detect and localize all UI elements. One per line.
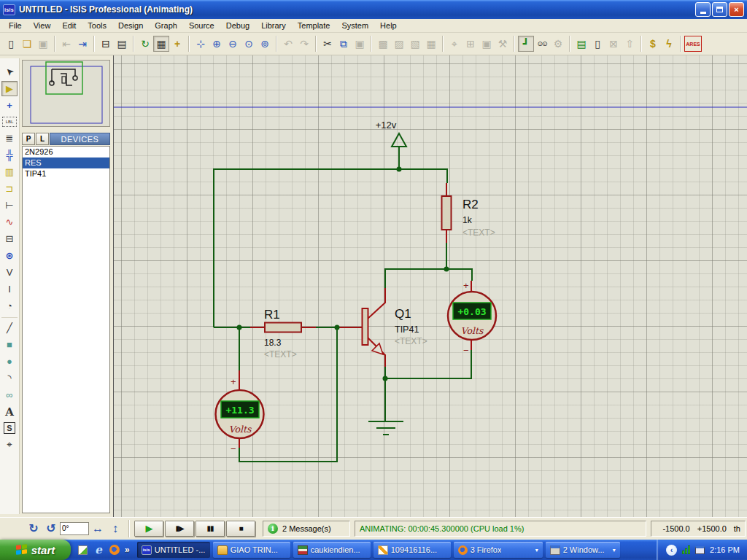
block-delete-icon[interactable]: ▦ xyxy=(423,36,439,52)
hide-tray-icons-button[interactable]: ‹ xyxy=(666,545,677,556)
internet-explorer-icon[interactable]: e xyxy=(93,544,104,556)
task-giao-trin[interactable]: GIAO TRIN... xyxy=(213,542,290,558)
goto-parent-sheet-icon[interactable]: ⇧ xyxy=(622,36,638,52)
decompose-icon[interactable]: ⚒ xyxy=(495,36,511,52)
make-device-icon[interactable]: ⊞ xyxy=(462,36,479,52)
new-file-icon[interactable]: ▯ xyxy=(3,36,19,52)
menu-graph[interactable]: Graph xyxy=(149,20,183,31)
graph-mode-icon[interactable]: ∿ xyxy=(1,214,18,230)
mirror-vertical-icon[interactable]: ↕ xyxy=(107,521,124,537)
packaging-tool-icon[interactable]: ▣ xyxy=(479,36,495,52)
toggle-grid-icon[interactable]: ▦ xyxy=(153,36,169,52)
messenger-icon[interactable] xyxy=(695,546,705,554)
menu-system[interactable]: System xyxy=(336,20,374,31)
save-file-icon[interactable]: ▣ xyxy=(35,36,51,52)
redo-icon[interactable]: ↷ xyxy=(296,36,312,52)
component-mode-icon[interactable]: ▶ xyxy=(1,81,18,96)
new-sheet-icon[interactable]: ▯ xyxy=(589,36,605,52)
import-section-icon[interactable]: ⇤ xyxy=(58,36,74,52)
device-list-item[interactable]: TIP41 xyxy=(23,168,109,179)
text-script-mode-icon[interactable]: ≣ xyxy=(1,131,18,146)
pick-device-icon[interactable]: ⌖ xyxy=(446,36,462,52)
mark-output-area-icon[interactable]: ▤ xyxy=(114,36,130,52)
resistor-r1[interactable]: R1 18.3 <TEXT> xyxy=(264,308,301,359)
block-move-icon[interactable]: ▨ xyxy=(391,36,407,52)
zoom-all-icon[interactable]: ⊚ xyxy=(257,36,273,52)
line-graphic-mode-icon[interactable]: ╱ xyxy=(1,320,18,335)
voltage-probe-mode-icon[interactable]: V xyxy=(1,265,18,280)
schematic-canvas[interactable]: +12v xyxy=(113,55,747,517)
menu-design[interactable]: Design xyxy=(112,20,149,31)
open-file-icon[interactable]: ❏ xyxy=(19,36,35,52)
zoom-area-icon[interactable]: ⊙ xyxy=(241,36,257,52)
block-rotate-icon[interactable]: ▧ xyxy=(407,36,423,52)
current-probe-mode-icon[interactable]: I xyxy=(1,281,18,297)
task-caukiendien[interactable]: caukiendien... xyxy=(293,542,371,558)
marker-mode-icon[interactable]: ⌖ xyxy=(1,437,18,452)
junction-dot-mode-icon[interactable]: + xyxy=(1,98,18,113)
stop-button[interactable]: ■ xyxy=(226,521,255,537)
device-pin-mode-icon[interactable]: ⊢ xyxy=(1,198,18,213)
show-desktop-icon[interactable] xyxy=(77,544,88,556)
wire-label-mode-icon[interactable]: LBL xyxy=(2,117,17,127)
property-assignment-icon[interactable]: ⚙ xyxy=(550,36,566,52)
schematic-overview[interactable] xyxy=(22,60,110,127)
menu-edit[interactable]: Edit xyxy=(56,20,82,31)
closed-path-mode-icon[interactable]: ∞ xyxy=(1,387,18,402)
electrical-rule-check-icon[interactable]: ϟ xyxy=(661,36,677,52)
copy-icon[interactable]: ⧉ xyxy=(336,36,352,52)
zoom-out-icon[interactable]: ⊖ xyxy=(225,36,241,52)
menu-library[interactable]: Library xyxy=(255,20,292,31)
netlist-to-ares-icon[interactable]: ARES xyxy=(684,36,702,52)
task-isis[interactable]: isis UNTITLED -... xyxy=(137,542,210,558)
virtual-instruments-mode-icon[interactable]: ◔ xyxy=(1,298,18,314)
bus-mode-icon[interactable]: ╬ xyxy=(1,147,18,163)
search-tag-icon[interactable]: ⊙⊙ xyxy=(534,36,550,52)
box-graphic-mode-icon[interactable]: ■ xyxy=(1,337,18,352)
print-icon[interactable]: ⊟ xyxy=(98,36,114,52)
pause-button[interactable]: ▮▮ xyxy=(196,521,225,537)
menu-tools[interactable]: Tools xyxy=(82,20,112,31)
menu-debug[interactable]: Debug xyxy=(220,20,255,31)
remove-sheet-icon[interactable]: ⊠ xyxy=(605,36,622,52)
start-button[interactable]: start xyxy=(0,540,71,560)
text-graphic-mode-icon[interactable]: A xyxy=(1,404,18,419)
paste-icon[interactable]: ▣ xyxy=(352,36,368,52)
design-explorer-icon[interactable]: ▤ xyxy=(573,36,589,52)
pick-devices-button[interactable]: P xyxy=(22,133,35,145)
selection-mode-icon[interactable]: ➤ xyxy=(0,61,20,82)
toggle-origin-icon[interactable]: + xyxy=(169,36,185,52)
symbol-mode-icon[interactable]: S xyxy=(4,422,15,434)
rotation-angle-input[interactable] xyxy=(60,522,89,535)
export-section-icon[interactable]: ⇥ xyxy=(74,36,90,52)
menu-view[interactable]: View xyxy=(28,20,57,31)
subcircuit-mode-icon[interactable]: ▥ xyxy=(1,164,18,179)
menu-file[interactable]: File xyxy=(3,20,28,31)
play-button[interactable]: ▶ xyxy=(134,521,163,537)
redraw-icon[interactable]: ↻ xyxy=(137,36,153,52)
rotate-clockwise-icon[interactable]: ↻ xyxy=(25,521,42,537)
menu-help[interactable]: Help xyxy=(374,20,403,31)
firefox-launch-icon[interactable] xyxy=(109,544,120,556)
network-status-icon[interactable] xyxy=(682,545,690,554)
bill-of-materials-icon[interactable]: $ xyxy=(645,36,661,52)
terminal-mode-icon[interactable]: ⊐ xyxy=(1,181,18,196)
task-windows-group[interactable]: 2 Window... ▾ xyxy=(546,542,620,558)
block-copy-icon[interactable]: ▩ xyxy=(375,36,391,52)
step-button[interactable]: ▮▶ xyxy=(165,521,194,537)
device-list-item-selected[interactable]: RES xyxy=(23,158,109,168)
resistor-r2[interactable]: R2 1k <TEXT> xyxy=(442,196,495,238)
wire-autorouter-icon[interactable]: ┛ xyxy=(518,36,534,52)
device-list-item[interactable]: 2N2926 xyxy=(23,147,109,158)
arc-graphic-mode-icon[interactable]: ◝ xyxy=(1,370,18,386)
minimize-button[interactable] xyxy=(695,2,711,17)
restore-button[interactable] xyxy=(712,2,727,17)
cut-icon[interactable]: ✂ xyxy=(320,36,336,52)
task-109416116[interactable]: 109416116... xyxy=(374,542,451,558)
ground-symbol[interactable] xyxy=(368,421,403,435)
undo-icon[interactable]: ↶ xyxy=(280,36,296,52)
message-panel[interactable]: i 2 Message(s) xyxy=(263,521,350,537)
circle-graphic-mode-icon[interactable]: ● xyxy=(1,354,18,369)
power-terminal[interactable]: +12v xyxy=(376,120,406,147)
task-firefox-group[interactable]: 3 Firefox ▾ xyxy=(454,542,543,558)
